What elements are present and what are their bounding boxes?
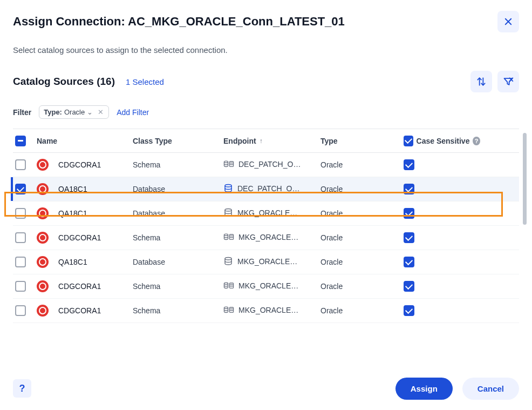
row-case-sensitive[interactable] xyxy=(404,257,485,267)
assign-connection-dialog: Assign Connection: AC_MKG_ORACLE_Conn_LA… xyxy=(0,0,532,323)
source-type-icon xyxy=(37,207,58,219)
source-type-icon xyxy=(37,159,58,171)
row-class-type: Database xyxy=(133,209,223,218)
row-endpoint: MKG_ORACLE… xyxy=(223,306,320,316)
svg-point-10 xyxy=(224,234,228,236)
sort-asc-icon: ↑ xyxy=(260,137,263,145)
row-case-sensitive[interactable] xyxy=(404,232,485,243)
row-name: QA18C1 xyxy=(58,185,133,193)
svg-point-15 xyxy=(224,283,228,284)
source-type-icon xyxy=(37,232,58,244)
row-checkbox[interactable] xyxy=(15,305,37,316)
row-case-sensitive[interactable] xyxy=(404,159,485,170)
help-button[interactable]: ? xyxy=(13,379,31,398)
clear-filter-icon xyxy=(503,76,514,87)
row-checkbox[interactable] xyxy=(15,281,37,292)
row-type: Oracle xyxy=(320,306,404,315)
assign-button[interactable]: Assign xyxy=(395,378,453,400)
col-name[interactable]: Name xyxy=(37,137,133,145)
svg-point-14 xyxy=(225,257,231,260)
row-checkbox[interactable] xyxy=(15,159,37,170)
row-name: CDGCORA1 xyxy=(58,306,133,315)
table-row[interactable]: QA18C1DatabaseMKG_ORACLE…Oracle xyxy=(13,201,519,226)
row-name: QA18C1 xyxy=(58,209,133,218)
filter-chip-prefix: Type: xyxy=(44,108,62,116)
filter-row: Filter Type: Oracle ⌄ ✕ Add Filter xyxy=(13,105,519,119)
source-type-icon xyxy=(37,183,58,195)
dialog-footer: ? Assign Cancel xyxy=(0,367,532,410)
footer-actions: Assign Cancel xyxy=(395,378,519,400)
col-case-sensitive[interactable]: Case Sensitive ? xyxy=(404,136,485,146)
source-type-icon xyxy=(37,305,58,317)
row-class-type: Database xyxy=(133,258,223,266)
svg-rect-5 xyxy=(229,162,233,166)
row-endpoint: MKG_ORACLE… xyxy=(223,257,320,268)
sort-icon xyxy=(476,76,487,87)
svg-point-4 xyxy=(224,161,228,163)
row-type: Oracle xyxy=(320,209,404,218)
row-class-type: Database xyxy=(133,185,223,193)
clear-filter-button[interactable] xyxy=(497,71,519,92)
close-button[interactable] xyxy=(497,11,519,32)
svg-point-8 xyxy=(225,184,231,187)
filter-chip-type[interactable]: Type: Oracle ⌄ ✕ xyxy=(39,105,109,119)
svg-rect-20 xyxy=(229,307,233,312)
row-name: QA18C1 xyxy=(58,258,133,266)
row-case-sensitive[interactable] xyxy=(404,184,485,194)
add-filter-link[interactable]: Add Filter xyxy=(117,108,149,117)
table-row[interactable]: CDGCORA1SchemaMKG_ORACLE…Oracle xyxy=(13,274,519,299)
table-row[interactable]: CDGCORA1SchemaDEC_PATCH_O…Oracle xyxy=(13,153,519,177)
row-endpoint: MKG_ORACLE… xyxy=(223,208,320,219)
cancel-button[interactable]: Cancel xyxy=(462,378,519,400)
section-header: Catalog Sources (16) 1 Selected xyxy=(13,71,519,92)
row-checkbox[interactable] xyxy=(15,208,37,219)
sort-button[interactable] xyxy=(470,71,492,92)
table-header-row: Name Class Type Endpoint↑ Type Case Sens… xyxy=(13,129,519,153)
remove-filter-icon[interactable]: ✕ xyxy=(97,109,104,116)
table-row[interactable]: CDGCORA1SchemaMKG_ORACLE…Oracle xyxy=(13,299,519,323)
row-checkbox[interactable] xyxy=(15,184,37,194)
select-all-checkbox[interactable] xyxy=(15,136,37,146)
row-class-type: Schema xyxy=(133,306,223,315)
filter-label: Filter xyxy=(13,108,31,117)
chevron-down-icon: ⌄ xyxy=(87,108,93,116)
selected-count[interactable]: 1 Selected xyxy=(126,77,164,86)
table-row[interactable]: QA18C1DatabaseDEC_PATCH_O…Oracle xyxy=(13,177,519,201)
row-name: CDGCORA1 xyxy=(58,233,133,242)
svg-rect-11 xyxy=(229,234,233,239)
svg-rect-16 xyxy=(229,283,233,288)
row-type: Oracle xyxy=(320,160,404,169)
filter-chip-value: Oracle xyxy=(64,108,85,116)
table-body: CDGCORA1SchemaDEC_PATCH_O…OracleQA18C1Da… xyxy=(13,153,519,323)
case-sensitive-header-checkbox[interactable] xyxy=(404,136,413,146)
table-row[interactable]: CDGCORA1SchemaMKG_ORACLE…Oracle xyxy=(13,226,519,250)
table-row[interactable]: QA18C1DatabaseMKG_ORACLE…Oracle xyxy=(13,250,519,274)
row-type: Oracle xyxy=(320,258,404,266)
row-checkbox[interactable] xyxy=(15,257,37,267)
col-endpoint[interactable]: Endpoint↑ xyxy=(223,137,320,145)
row-checkbox[interactable] xyxy=(15,232,37,243)
row-type: Oracle xyxy=(320,185,404,193)
col-type[interactable]: Type xyxy=(320,137,404,145)
dialog-title: Assign Connection: AC_MKG_ORACLE_Conn_LA… xyxy=(13,15,345,29)
row-class-type: Schema xyxy=(133,160,223,169)
close-icon xyxy=(503,17,513,26)
row-endpoint: MKG_ORACLE… xyxy=(223,233,320,243)
row-endpoint: DEC_PATCH_O… xyxy=(223,184,320,195)
source-type-icon xyxy=(37,256,58,268)
scrollbar-thumb[interactable] xyxy=(523,133,527,225)
col-class-type[interactable]: Class Type xyxy=(133,137,223,145)
source-type-icon xyxy=(37,280,58,292)
info-icon[interactable]: ? xyxy=(473,137,480,145)
row-class-type: Schema xyxy=(133,282,223,291)
row-type: Oracle xyxy=(320,233,404,242)
row-class-type: Schema xyxy=(133,233,223,242)
row-endpoint: MKG_ORACLE… xyxy=(223,281,320,292)
dialog-subtitle: Select catalog sources to assign to the … xyxy=(13,45,519,55)
row-endpoint: DEC_PATCH_O… xyxy=(223,160,320,170)
row-case-sensitive[interactable] xyxy=(404,305,485,316)
row-case-sensitive[interactable] xyxy=(404,208,485,219)
row-name: CDGCORA1 xyxy=(58,282,133,291)
svg-point-19 xyxy=(224,307,228,308)
row-case-sensitive[interactable] xyxy=(404,281,485,292)
